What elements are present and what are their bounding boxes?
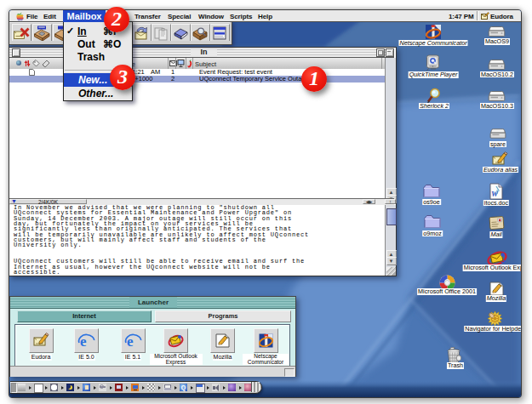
svg-text:W: W: [491, 190, 499, 198]
